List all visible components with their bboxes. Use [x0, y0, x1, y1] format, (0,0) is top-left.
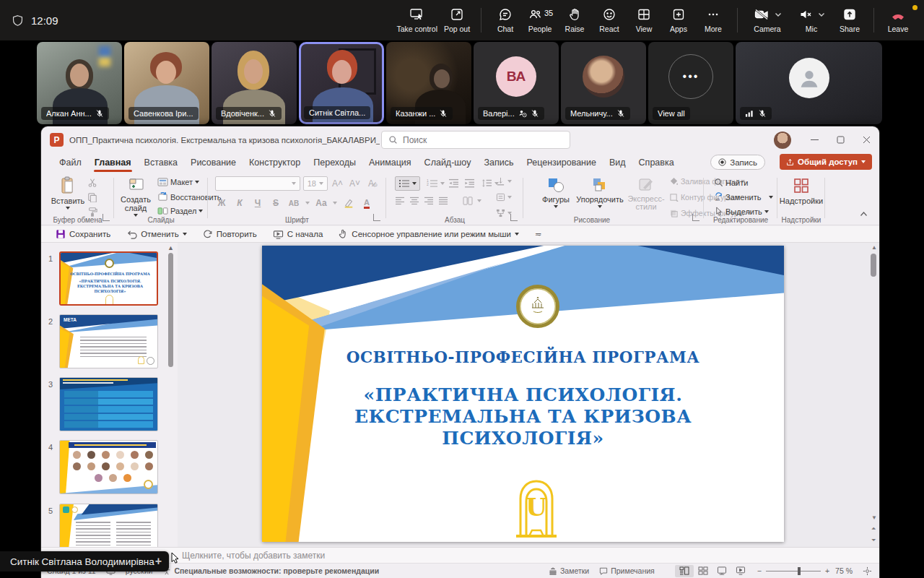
people-button[interactable]: 35 People [523, 7, 557, 33]
mic-chevron-icon[interactable] [818, 12, 825, 17]
zoom-in-button[interactable]: + [825, 566, 829, 575]
thumbnail-scroll-up-icon[interactable]: ▲ [167, 244, 174, 251]
grow-font-button[interactable]: A˄ [332, 178, 343, 189]
participant-tile[interactable]: Савенкова Іри... [124, 42, 209, 124]
slide-thumbnail-2[interactable]: МЕТА [59, 314, 158, 368]
mic-button[interactable]: Mic [790, 7, 832, 33]
previous-slide-icon[interactable]: ⏶ [871, 525, 876, 532]
participant-tile[interactable]: Алкан Анн... [37, 42, 122, 124]
close-button[interactable] [853, 126, 879, 153]
font-color-button[interactable]: A [360, 197, 373, 210]
slide-thumbnail-panel[interactable]: ▲ 1 ОСВІТНЬО-ПРОФЕСІЙНА ПРОГРАМА «ПРАКТИ… [41, 243, 178, 547]
touch-mouse-mode-button[interactable]: Сенсорное управление или режим мыши [339, 229, 519, 239]
justify-button[interactable] [438, 197, 448, 205]
participant-tile[interactable]: Казанжи ... [386, 42, 471, 124]
customize-qat-button[interactable]: ≂ [535, 229, 542, 239]
thumbnail-scrollbar[interactable] [168, 253, 173, 367]
zoom-out-button[interactable]: − [757, 566, 762, 575]
find-button[interactable]: Найти [714, 178, 748, 187]
restore-button[interactable] [827, 126, 853, 153]
change-case-button[interactable]: Аа [315, 197, 328, 210]
tab-record[interactable]: Запись [477, 158, 520, 172]
new-slide-button[interactable]: Создать слайд [118, 176, 153, 217]
react-button[interactable]: React [592, 7, 627, 33]
participant-tile-active-speaker[interactable]: Ситнік Світла... [299, 42, 384, 124]
camera-chevron-icon[interactable] [775, 12, 782, 17]
zoom-slider[interactable] [766, 571, 821, 571]
shapes-button[interactable]: Фигуры [539, 176, 572, 208]
record-button[interactable]: Запись [710, 155, 765, 170]
tab-insert[interactable]: Вставка [138, 158, 184, 172]
paste-button[interactable]: Вставить [51, 176, 84, 210]
align-left-button[interactable] [395, 197, 405, 205]
layout-button[interactable]: Макет [157, 178, 199, 186]
view-all-tile[interactable]: ••• View all [648, 42, 733, 124]
scroll-up-icon[interactable]: ▲ [871, 244, 877, 251]
next-slide-icon[interactable]: ⏷ [871, 537, 876, 544]
underline-button[interactable]: Ч [251, 197, 264, 210]
fit-slide-button[interactable] [863, 566, 872, 576]
bullets-button[interactable] [395, 176, 420, 191]
self-view-tile[interactable] [736, 42, 882, 124]
drawing-dialog-launcher[interactable] [692, 214, 699, 221]
share-screen-button[interactable]: Share [832, 7, 867, 33]
slideshow-view-button[interactable] [731, 565, 750, 577]
accessibility-checker[interactable]: Специальные возможности: проверьте реком… [162, 566, 379, 575]
cut-button[interactable] [87, 178, 97, 188]
apps-button[interactable]: Apps [661, 7, 696, 33]
font-name-combobox[interactable] [215, 176, 300, 191]
text-highlight-button[interactable] [342, 197, 355, 210]
tab-transitions[interactable]: Переходы [307, 158, 362, 172]
more-button[interactable]: More [696, 7, 731, 33]
tab-slideshow[interactable]: Слайд-шоу [418, 158, 478, 172]
scroll-down-icon[interactable]: ▼ [871, 514, 877, 521]
replace-button[interactable]: abЗаменить [714, 192, 773, 202]
slide-heading[interactable]: ОСВІТНЬО-ПРОФЕСІЙНА ПРОГРАМА [262, 348, 784, 366]
slide-canvas[interactable]: ОСВІТНЬО-ПРОФЕСІЙНА ПРОГРАМА «ПРАКТИЧНА … [178, 243, 879, 547]
font-dialog-launcher[interactable] [373, 214, 380, 221]
decrease-indent-button[interactable] [448, 178, 459, 188]
italic-button[interactable]: К [233, 197, 246, 210]
undo-button[interactable]: Отменить [126, 230, 187, 239]
comments-toggle-button[interactable]: Примечания [599, 566, 655, 575]
font-size-combobox[interactable]: 18 [303, 176, 328, 191]
tab-help[interactable]: Справка [632, 158, 681, 172]
slide-thumbnail-3[interactable] [59, 377, 158, 431]
participant-tile[interactable]: ВА Валері... [474, 42, 559, 124]
participant-tile[interactable]: Вдовіченк... [212, 42, 297, 124]
normal-view-button[interactable] [675, 565, 694, 577]
strikethrough-button[interactable]: S [269, 197, 282, 210]
tab-file[interactable]: Файл [53, 158, 88, 172]
raise-hand-button[interactable]: Raise [557, 7, 592, 33]
slide-thumbnail-5[interactable] [59, 504, 158, 547]
clear-formatting-button[interactable]: A̷ₚ [368, 178, 378, 189]
tab-draw[interactable]: Рисование [184, 158, 243, 172]
participant-tile[interactable]: Мельничу... [561, 42, 646, 124]
notes-toggle-button[interactable]: Заметки [549, 566, 589, 575]
camera-button[interactable]: Camera [744, 7, 790, 33]
zoom-slider-thumb[interactable] [798, 567, 801, 575]
take-control-button[interactable]: Take control [394, 7, 440, 33]
scrollbar-thumb[interactable] [871, 254, 876, 277]
zoom-level[interactable]: 75 % [835, 566, 853, 575]
align-text-button[interactable] [496, 193, 512, 202]
bold-button[interactable]: Ж [215, 197, 228, 210]
numbering-button[interactable]: 12 [427, 178, 445, 189]
chat-button[interactable]: Chat [488, 7, 523, 33]
from-beginning-button[interactable]: С начала [273, 230, 323, 239]
arrange-button[interactable]: Упорядочить [577, 176, 623, 208]
leave-button[interactable]: Leave [881, 7, 915, 33]
slide-thumbnail-4[interactable] [59, 440, 158, 494]
redo-button[interactable]: Повторить [203, 229, 257, 239]
slide-thumbnail-1[interactable]: ОСВІТНЬО-ПРОФЕСІЙНА ПРОГРАМА «ПРАКТИЧНА … [59, 251, 158, 306]
increase-indent-button[interactable] [464, 178, 475, 188]
account-avatar[interactable] [774, 131, 791, 149]
select-button[interactable]: Выделить [714, 207, 769, 216]
minimize-button[interactable] [801, 126, 827, 153]
align-center-button[interactable] [409, 197, 419, 205]
tab-home[interactable]: Главная [88, 158, 138, 172]
character-spacing-button[interactable]: АВ [287, 197, 300, 210]
tab-design[interactable]: Конструктор [243, 158, 307, 172]
collapse-ribbon-button[interactable] [860, 211, 868, 217]
slide-title[interactable]: «ПРАКТИЧНА ПСИХОЛОГІЯ. ЕКСТРЕМАЛЬНА ТА К… [262, 384, 784, 449]
